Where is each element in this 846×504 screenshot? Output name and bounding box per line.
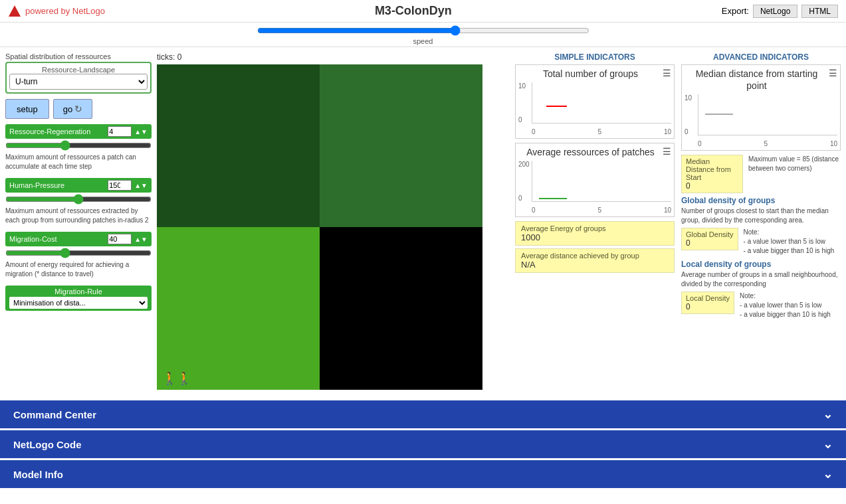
chart1-plot [532,82,671,124]
model-info-chevron: ⌄ [823,467,833,481]
slider-input-regeneration[interactable] [5,140,152,151]
slider-arrows-pressure[interactable]: ▲▼ [134,182,148,189]
grid-cell-1 [320,64,482,227]
slider-box-regeneration: Ressource-Regeneration ▲▼ [5,124,152,139]
speed-area: speed [0,23,846,47]
chart-median-x-labels: 0 5 10 [698,140,837,147]
local-density-label: Local Density [686,294,730,302]
command-center-bar[interactable]: Command Center ⌄ [0,400,846,428]
export-area: Export: NetLogo HTML [722,5,838,18]
speed-label: speed [413,37,433,45]
ticks-display: ticks: 0 [157,52,510,62]
model-info-bar[interactable]: Model Info ⌄ [0,460,846,488]
export-html-button[interactable]: HTML [801,5,838,18]
center-panel: ticks: 0 🚶🚶 [157,52,510,390]
chart2-y-min: 0 [518,195,530,202]
migration-rule-box: Migration-Rule Minimisation of dista... [5,286,152,311]
metric-avg-energy: Average Energy of groups 1000 [515,221,675,246]
slider-arrows-regeneration[interactable]: ▲▼ [134,128,148,135]
global-density-box: Global Density 0 [681,228,738,250]
command-center-chevron: ⌄ [823,407,833,422]
slider-label-pressure: Human-Pressure [9,181,105,189]
slider-arrows-migration[interactable]: ▲▼ [134,236,148,243]
right-panel: SIMPLE INDICATORS Total number of groups… [515,52,841,390]
grid: 🚶🚶 [157,64,482,390]
svg-marker-0 [9,5,21,17]
slider-desc-migration: Amount of energy required for achieving … [5,260,152,279]
slider-value-migration[interactable] [108,234,132,244]
landscape-select[interactable]: U-turn Random Gradient [9,74,148,90]
chart-median-y-labels: 10 0 [685,94,696,135]
chart-median-title: Median distance from starting point [685,68,829,92]
slider-desc-pressure: Maximum amount of ressources extracted b… [5,207,152,225]
left-panel: Spatial distribution of ressources Resso… [5,52,152,390]
chart1-title: Total number of groups [518,68,663,80]
slider-value-pressure[interactable] [108,180,132,191]
chart1-area: 10 0 0 5 10 [518,82,671,135]
powered-by-link[interactable]: powered by NetLogo [8,5,105,18]
migration-rule-select[interactable]: Minimisation of dista... [9,297,148,309]
chart1-menu-icon[interactable]: ☰ [663,68,671,78]
simulation-canvas: 🚶🚶 [157,64,482,390]
resource-landscape-title: Ressource-Landscape [9,66,148,74]
chart1-y-labels: 10 0 [518,82,530,124]
slider-input-migration[interactable] [5,248,152,258]
slider-group-pressure: Human-Pressure ▲▼ Maximum amount of ress… [5,178,152,225]
advanced-indicators-col: ADVANCED INDICATORS Median distance from… [681,52,841,323]
control-buttons: setup go ↻ [5,99,152,119]
chart2-title: Average ressources of patches [518,146,663,158]
chart1-title-row: Total number of groups ☰ [518,68,671,80]
export-netlogo-button[interactable]: NetLogo [753,5,797,18]
chart2-line [539,198,567,199]
median-dist-box: Median Distance from Start 0 [681,155,743,193]
chart-median-menu-icon[interactable]: ☰ [829,68,837,78]
setup-button[interactable]: setup [5,99,49,119]
slider-box-migration: Migration-Cost ▲▼ [5,232,152,246]
spatial-label: Spatial distribution of ressources [5,52,152,60]
global-density-row: Global Density 0 Note:- a value lower th… [681,228,841,256]
local-density-desc: Average number of groups in a small neig… [681,270,841,289]
global-density-note: Note:- a value lower than 5 is low- a va… [744,228,835,256]
export-label: Export: [722,6,749,16]
grid-cell-2: 🚶🚶 [157,227,320,390]
chart-median-y-max: 10 [685,94,696,102]
chart1-x-labels: 0 5 10 [532,128,671,135]
simple-indicators-col: SIMPLE INDICATORS Total number of groups… [515,52,675,323]
local-density-value: 0 [686,302,730,311]
local-density-section: Local density of groups [681,260,841,269]
netlogo-code-bar[interactable]: NetLogo Code ⌄ [0,430,846,458]
median-dist-label: Median Distance from Start [686,157,738,181]
grid-cell-3 [320,227,482,390]
local-density-box: Local Density 0 [681,292,734,314]
global-density-desc: Number of groups closest to start than t… [681,207,841,225]
netlogo-code-label: NetLogo Code [13,439,82,450]
slider-value-regeneration[interactable] [108,126,132,137]
indicators-row: SIMPLE INDICATORS Total number of groups… [515,52,841,323]
header: powered by NetLogo M3-ColonDyn Export: N… [0,0,846,23]
slider-desc-regeneration: Maximum amount of ressources a patch can… [5,153,152,171]
slider-input-pressure[interactable] [5,194,152,205]
slider-label-regeneration: Ressource-Regeneration [9,127,105,135]
global-density-label: Global Density [686,230,734,238]
local-density-row: Local Density 0 Note:- a value lower tha… [681,292,841,319]
chart-median-title-row: Median distance from starting point ☰ [685,68,837,92]
slider-label-migration: Migration-Cost [9,235,105,243]
chart1-line [546,106,567,107]
chart2-area: 200 0 0 5 10 [518,161,671,214]
migration-rule-label: Migration-Rule [9,288,148,295]
speed-slider[interactable] [257,25,589,36]
chart2-x-labels: 0 5 10 [532,207,671,214]
model-info-label: Model Info [13,469,63,480]
metric-avg-distance: Average distance achieved by group N/A [515,248,675,273]
chart2-menu-icon[interactable]: ☰ [663,146,671,157]
chart2-y-max: 200 [518,161,530,168]
netlogo-logo-icon [8,5,21,18]
chart-total-groups: Total number of groups ☰ 10 0 0 [515,64,675,139]
simple-indicators-header: SIMPLE INDICATORS [515,52,675,62]
chart-median-plot [698,94,837,135]
chart-median-line [705,114,733,115]
go-button[interactable]: go ↻ [53,99,92,119]
chart2-title-row: Average ressources of patches ☰ [518,146,671,158]
main-area: Spatial distribution of ressources Resso… [0,47,846,395]
chart-avg-ressources: Average ressources of patches ☰ 200 0 0 [515,143,675,217]
